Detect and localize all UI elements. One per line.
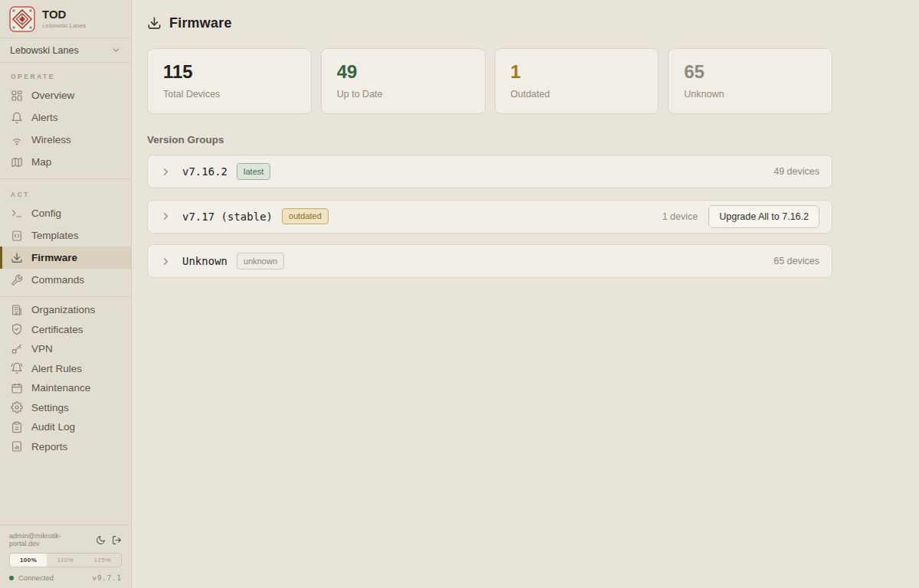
stat-label: Unknown — [684, 89, 816, 100]
sidebar-item-config[interactable]: Config — [0, 202, 131, 224]
sidebar: TOD Lebowski Lanes Lebowski Lanes OPERAT… — [0, 0, 132, 588]
stat-value: 115 — [163, 63, 296, 81]
version-group-row-v7-16-2[interactable]: v7.16.2 latest 49 devices — [147, 155, 832, 188]
org-selector-value: Lebowski Lanes — [10, 45, 79, 56]
brand-subtitle: Lebowski Lanes — [42, 22, 86, 29]
sidebar-item-label: VPN — [31, 343, 53, 354]
sidebar-item-label: Alert Rules — [31, 363, 82, 374]
stat-value: 1 — [511, 63, 643, 81]
sidebar-item-vpn[interactable]: VPN — [0, 339, 131, 359]
clipboard-icon — [11, 421, 23, 433]
sidebar-item-label: Map — [31, 156, 51, 168]
stat-card-outdated: 1 Outdated — [495, 48, 659, 114]
logout-icon[interactable] — [112, 535, 122, 545]
sidebar-item-label: Organizations — [31, 304, 95, 315]
sidebar-item-label: Maintenance — [31, 382, 90, 394]
version-group-row-v7-17-stable[interactable]: v7.17 (stable) outdated 1 device Upgrade… — [147, 200, 832, 234]
sidebar-item-label: Alerts — [31, 112, 58, 123]
sidebar-item-audit-log[interactable]: Audit Log — [0, 417, 131, 437]
stat-label: Total Devices — [163, 89, 296, 100]
zoom-option-125[interactable]: 125% — [84, 554, 121, 567]
sidebar-item-label: Commands — [31, 274, 84, 286]
connected-dot — [9, 576, 14, 580]
brand-title: TOD — [42, 8, 86, 21]
bell-ring-icon — [11, 362, 23, 374]
sidebar-item-map[interactable]: Map — [0, 151, 131, 173]
file-code-icon — [11, 230, 23, 242]
stat-cards: 115 Total Devices 49 Up to Date 1 Outdat… — [147, 48, 832, 114]
zoom-option-110[interactable]: 110% — [47, 554, 83, 567]
status-badge-outdated: outdated — [282, 208, 329, 224]
version-name: Unknown — [182, 255, 227, 267]
sidebar-item-maintenance[interactable]: Maintenance — [0, 378, 131, 398]
sidebar-item-label: Certificates — [31, 324, 83, 335]
sidebar-item-wireless[interactable]: Wireless — [0, 129, 131, 151]
sidebar-item-settings[interactable]: Settings — [0, 398, 131, 418]
moon-icon[interactable] — [96, 535, 106, 545]
chevron-right-icon[interactable] — [160, 211, 172, 222]
user-email: admin@mikrotik-portal.dev — [9, 532, 90, 547]
upgrade-all-button[interactable]: Upgrade All to 7.16.2 — [708, 205, 819, 228]
download-icon — [11, 252, 23, 264]
sidebar-item-label: Firmware — [31, 252, 77, 263]
download-icon — [147, 16, 162, 31]
version-name: v7.16.2 — [182, 165, 227, 178]
status-badge-unknown: unknown — [237, 253, 284, 269]
sidebar-item-label: Settings — [31, 402, 69, 413]
sidebar-item-alerts[interactable]: Alerts — [0, 106, 131, 129]
map-icon — [11, 156, 23, 168]
stat-card-total-devices: 115 Total Devices — [147, 48, 312, 114]
sidebar-item-label: Overview — [31, 90, 74, 101]
sidebar-item-reports[interactable]: Reports — [0, 437, 131, 457]
sidebar-item-label: Config — [31, 207, 61, 219]
chevron-right-icon[interactable] — [160, 166, 172, 178]
sidebar-item-commands[interactable]: Commands — [0, 269, 131, 291]
zoom-option-100[interactable]: 100% — [10, 554, 47, 567]
chevron-down-icon — [111, 45, 121, 55]
stat-value: 49 — [337, 63, 469, 81]
terminal-icon — [11, 207, 23, 220]
report-icon — [11, 440, 23, 452]
stat-value: 65 — [684, 63, 816, 81]
divider — [0, 178, 131, 179]
org-selector[interactable]: Lebowski Lanes — [0, 38, 131, 63]
version-groups-heading: Version Groups — [147, 134, 832, 145]
calendar-icon — [11, 382, 23, 394]
nav-section-act: ACT — [0, 182, 131, 202]
gear-icon — [11, 401, 23, 413]
connection-status: Connected — [18, 573, 54, 582]
status-badge-latest: latest — [237, 163, 270, 179]
chevron-right-icon[interactable] — [160, 256, 172, 267]
version-name: v7.17 (stable) — [182, 211, 273, 223]
app-version: v9.7.1 — [92, 574, 122, 582]
stat-card-up-to-date: 49 Up to Date — [321, 48, 486, 114]
sidebar-item-certificates[interactable]: Certificates — [0, 320, 131, 340]
sidebar-item-organizations[interactable]: Organizations — [0, 300, 131, 320]
sidebar-item-label: Audit Log — [31, 421, 75, 433]
shield-check-icon — [11, 323, 23, 335]
device-count: 1 device — [662, 211, 698, 222]
grid-icon — [11, 90, 23, 102]
zoom-selector: 100% 110% 125% — [9, 553, 122, 567]
brand: TOD Lebowski Lanes — [0, 0, 131, 38]
version-group-row-unknown[interactable]: Unknown unknown 65 devices — [147, 244, 832, 278]
wifi-icon — [11, 134, 23, 146]
sidebar-item-alert-rules[interactable]: Alert Rules — [0, 359, 131, 379]
bell-icon — [11, 112, 23, 124]
kilim-diamond-logo — [9, 6, 35, 32]
main-content: Firmware 115 Total Devices 49 Up to Date… — [132, 0, 919, 588]
page-title: Firmware — [169, 15, 232, 31]
sidebar-item-overview[interactable]: Overview — [0, 84, 131, 106]
stat-card-unknown: 65 Unknown — [668, 48, 832, 114]
sidebar-item-label: Reports — [31, 441, 67, 452]
stat-label: Up to Date — [337, 89, 469, 100]
sidebar-item-label: Wireless — [31, 134, 71, 145]
sidebar-footer: admin@mikrotik-portal.dev 100% 110% 125%… — [0, 524, 131, 588]
device-count: 49 devices — [773, 166, 819, 177]
sidebar-item-templates[interactable]: Templates — [0, 224, 131, 247]
building-icon — [11, 304, 23, 316]
sidebar-item-firmware[interactable]: Firmware — [0, 247, 131, 269]
wrench-icon — [11, 274, 23, 286]
page-header: Firmware — [147, 15, 904, 31]
stat-label: Outdated — [511, 89, 643, 100]
